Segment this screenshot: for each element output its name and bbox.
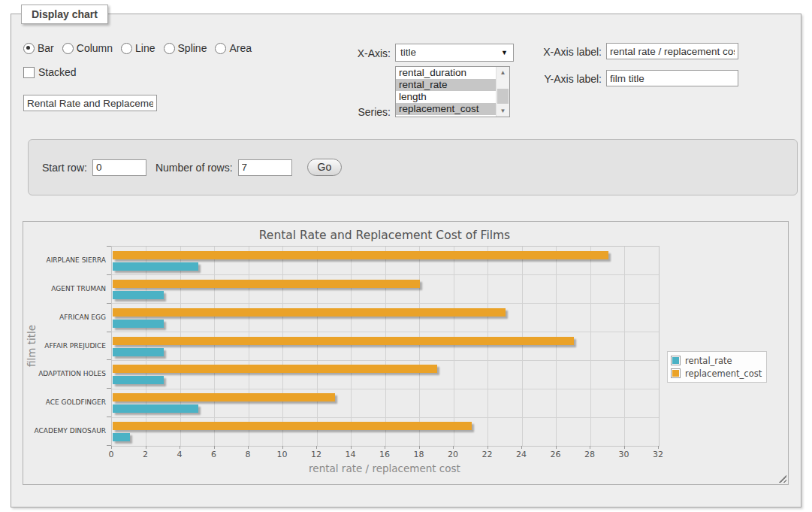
x-tick-mark [180,446,180,449]
gridline-vertical [146,247,146,446]
y-tick-mark [107,359,111,360]
scrollbar-thumb[interactable] [497,89,509,104]
x-axis-label-input[interactable] [606,43,738,59]
x-tick-label: 24 [505,450,538,459]
gridline-horizontal [112,360,659,361]
x-tick-label: 26 [539,450,572,459]
series-multiselect[interactable]: rental_duration rental_rate length repla… [395,66,510,117]
series-option-rental-rate[interactable]: rental_rate [396,79,497,91]
x-tick-mark [316,446,317,449]
legend-item: rental_rate [671,354,762,367]
bar-replacement_cost [113,251,608,259]
gridline-vertical [624,247,625,446]
radio-icon [164,43,175,54]
gridline-vertical [522,247,523,446]
start-row-label: Start row: [42,162,87,174]
x-tick-mark [624,446,625,449]
x-tick-label: 0 [95,450,128,459]
gridline-horizontal [112,389,659,389]
x-tick-mark [282,446,283,449]
bar-replacement_cost [113,280,420,288]
radio-label: Column [77,42,113,54]
x-tick-mark [419,446,420,449]
plot-area [111,246,660,447]
x-tick-label: 18 [403,450,436,459]
chart-type-radio-line[interactable]: Line [121,42,155,54]
x-tick-label: 16 [368,450,401,459]
series-option-replacement-cost[interactable]: replacement_cost [396,103,497,115]
x-tick-label: 14 [334,450,367,459]
chart-area: Rental Rate and Replacement Cost of Film… [23,222,788,484]
gridline-vertical [385,247,386,446]
series-select-label: Series: [312,106,391,118]
resize-handle-icon[interactable] [778,474,786,483]
legend-item: replacement_cost [671,367,762,380]
chart-type-radio-bar[interactable]: Bar [23,42,54,54]
chart-title-input[interactable] [23,95,157,111]
y-tick-mark [107,417,111,417]
gridline-vertical [180,247,181,446]
category-label: AFRICAN EGG [23,314,106,321]
chart-type-radio-column[interactable]: Column [62,42,113,54]
scroll-up-icon[interactable]: ▲ [497,67,509,78]
series-scrollbar[interactable]: ▲ ▼ [496,67,509,117]
stacked-checkbox-row[interactable]: Stacked [23,66,77,78]
y-tick-mark [107,246,111,247]
category-label: ACADEMY DINOSAUR [23,427,106,435]
series-option-rental-duration[interactable]: rental_duration [396,67,497,79]
category-label: ACE GOLDFINGER [23,398,106,406]
series-option-length[interactable]: length [396,91,497,103]
x-tick-mark [453,446,454,449]
bar-replacement_cost [113,337,574,345]
legend-swatch-icon [671,368,681,378]
y-tick-mark [107,274,111,275]
y-axis-label-input[interactable] [606,70,738,86]
x-tick-mark [214,446,215,449]
radio-icon [62,43,74,54]
y-tick-mark [107,388,111,389]
category-label: AIRPLANE SIERRA [23,256,106,264]
x-tick-label: 28 [573,450,606,459]
x-axis-title: rental rate / replacement cost [111,462,658,474]
gridline-vertical [454,247,454,446]
x-tick-mark [590,446,590,449]
go-button[interactable]: Go [307,159,343,176]
scroll-down-icon[interactable]: ▼ [497,105,509,117]
x-tick-mark [658,446,659,449]
x-tick-label: 20 [436,450,469,459]
chart-type-radio-group: Bar Column Line Spline Area [23,42,252,54]
gridline-horizontal [112,303,659,304]
y-tick-mark [107,303,111,304]
stacked-label: Stacked [38,66,77,78]
start-row-input[interactable] [92,159,146,176]
x-tick-mark [111,446,112,449]
checkbox-icon [23,67,35,78]
x-tick-mark [146,446,146,449]
y-axis-label-label: Y-Axis label: [527,73,602,85]
radio-checked-icon [23,43,35,54]
row-controls-panel: Start row: Number of rows: Go [28,139,798,195]
num-rows-label: Number of rows: [155,162,233,174]
category-label: AFFAIR PREJUDICE [23,342,106,350]
x-tick-label: 8 [231,450,264,459]
x-tick-label: 6 [198,450,231,459]
x-axis-select[interactable]: title ▼ [395,44,514,62]
bar-rental_rate [113,433,130,441]
bar-replacement_cost [113,308,506,317]
gridline-vertical [419,247,420,446]
chart-type-radio-spline[interactable]: Spline [164,42,207,54]
gridline-vertical [249,247,249,446]
bar-rental_rate [113,262,198,271]
bar-rental_rate [113,376,164,384]
chart-type-radio-area[interactable]: Area [215,42,252,54]
x-tick-mark [521,446,522,449]
x-axis-selected-value: title [400,47,416,58]
legend-swatch-icon [671,356,681,365]
num-rows-input[interactable] [238,159,292,176]
bar-replacement_cost [113,422,472,430]
radio-icon [215,43,226,54]
gridline-horizontal [112,417,659,418]
bar-rental_rate [113,348,164,356]
x-tick-label: 22 [471,450,504,459]
category-label: AGENT TRUMAN [23,285,106,292]
